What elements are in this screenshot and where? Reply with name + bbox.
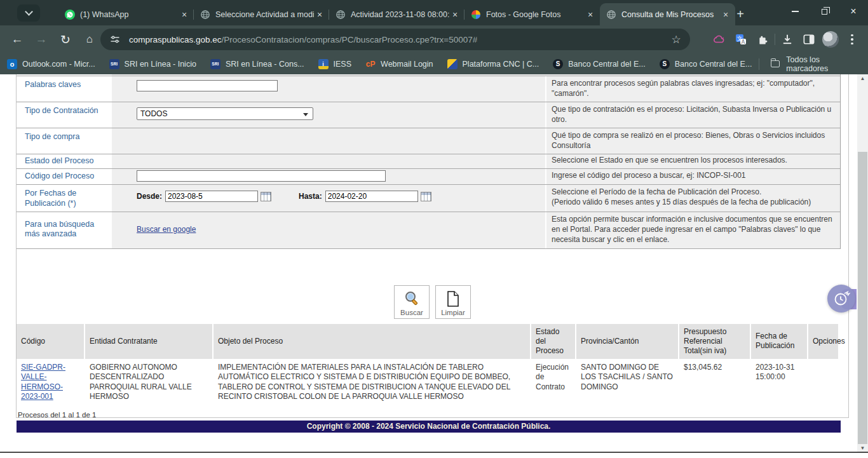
tab-title: Seleccione Actividad a modi: [215, 10, 314, 19]
tab-close-icon[interactable]: ×: [179, 9, 190, 20]
clock-widget-icon[interactable]: [827, 285, 855, 313]
reload-button[interactable]: ↻: [56, 30, 75, 49]
buscar-button[interactable]: Buscar: [394, 285, 430, 319]
column-header: Entidad Contratante: [85, 324, 212, 359]
field-label: Estado del Proceso: [17, 154, 112, 169]
extension-cloud-icon[interactable]: [709, 30, 730, 49]
bookmark-label: Outlook.com - Micr...: [22, 60, 95, 69]
bookmark-label: SRI en Línea - Inicio: [125, 60, 196, 69]
iess-icon: i: [318, 59, 329, 69]
extensions-puzzle-icon[interactable]: [752, 30, 773, 49]
profile-avatar[interactable]: [820, 30, 841, 49]
tab-google-fotos[interactable]: Fotos - Google Fotos ×: [465, 3, 600, 25]
page-content: Palabras claves Para encontrar procesos …: [0, 74, 868, 453]
tab-close-icon[interactable]: ×: [585, 9, 596, 20]
all-bookmarks-label: Todos los marcadores: [786, 55, 858, 73]
palabras-claves-input[interactable]: [137, 80, 278, 91]
window-minimize-button[interactable]: [780, 0, 810, 23]
bookmark-star-icon[interactable]: ☆: [670, 33, 682, 46]
window-close-button[interactable]: ×: [839, 0, 868, 23]
tab-strip: (1) WhatsApp × Seleccione Actividad a mo…: [0, 0, 868, 25]
form-row-codigo-proceso: Código del Proceso Ingrese el código del…: [17, 169, 840, 185]
tab-close-icon[interactable]: ×: [314, 9, 325, 20]
field-help: Qué tipo de compra se realizó en el proc…: [545, 128, 840, 154]
new-tab-button[interactable]: +: [732, 6, 749, 22]
cell-provincia: SANTO DOMINGO DE LOS TSACHILAS / SANTO D…: [576, 360, 678, 407]
column-header: Objeto del Proceso: [214, 324, 530, 359]
bookmark-cnc[interactable]: Plataforma CNC | C...: [440, 59, 546, 69]
bookmark-outlook[interactable]: o Outlook.com - Micr...: [0, 59, 102, 69]
document-icon: [445, 290, 461, 307]
tab-consulta-procesos-active[interactable]: Consulta de Mis Procesos ×: [600, 3, 735, 25]
field-help: Para encontrar procesos según palabras c…: [545, 76, 840, 102]
translate-icon[interactable]: 文A: [730, 30, 752, 49]
content-container: Palabras claves Para encontrar procesos …: [16, 74, 849, 418]
calendar-icon[interactable]: [261, 192, 271, 201]
tab-whatsapp[interactable]: (1) WhatsApp ×: [58, 3, 194, 25]
form-row-fechas-publicacion: Por Fechas de Publicación (*) Desde: Has…: [17, 185, 840, 212]
bookmark-iess[interactable]: i IESS: [311, 59, 359, 69]
all-bookmarks-button[interactable]: Todos los marcadores: [759, 55, 868, 73]
google-photos-icon: [471, 10, 481, 20]
chevron-down-icon: [25, 8, 33, 16]
tab-actividad[interactable]: Actividad 2023-11-08 08:00: ×: [329, 3, 465, 25]
buscar-en-google-link[interactable]: Buscar en google: [137, 225, 196, 234]
address-bar[interactable]: compraspublicas.gob.ec/ProcesoContrataci…: [100, 29, 690, 50]
scrollbar[interactable]: ▲ ▼: [857, 74, 868, 453]
bookmark-banco-central-1[interactable]: S Banco Central del E...: [546, 59, 653, 69]
close-icon: ×: [850, 6, 856, 17]
column-header: Provincia/Cantón: [576, 324, 678, 359]
field-help: Seleccione el Período de la fecha de Pub…: [545, 185, 840, 211]
scrollbar-thumb[interactable]: [858, 152, 867, 444]
bookmark-sri-consultas[interactable]: SRI SRI en Línea - Cons...: [203, 59, 311, 69]
fecha-desde-input[interactable]: [165, 191, 258, 202]
tab-search-button[interactable]: [17, 4, 40, 22]
bookmark-label: Banco Central del E...: [568, 60, 646, 69]
field-help: Ingrese el código del proceso a buscar, …: [545, 169, 840, 184]
cell-opciones: [808, 360, 838, 407]
magnifier-icon: [403, 290, 421, 307]
back-button[interactable]: ←: [8, 30, 27, 49]
tab-title: Actividad 2023-11-08 08:00:: [351, 10, 449, 19]
kebab-icon: [851, 34, 853, 45]
cnc-icon: [447, 59, 458, 69]
sri-icon: SRI: [210, 59, 220, 69]
url-domain: compraspublicas.gob.ec: [129, 35, 222, 44]
codigo-proceso-input[interactable]: [137, 170, 386, 182]
window-restore-button[interactable]: [810, 0, 839, 23]
site-info-icon[interactable]: [110, 34, 120, 44]
banco-central-icon: S: [660, 59, 670, 69]
tab-close-icon[interactable]: ×: [449, 9, 461, 20]
tab-seleccione-actividad[interactable]: Seleccione Actividad a modi ×: [194, 3, 329, 25]
fecha-hasta-input[interactable]: [325, 191, 418, 202]
bookmarks-bar: o Outlook.com - Micr... SRI SRI en Línea…: [0, 53, 868, 74]
column-header: Opciones: [808, 324, 838, 359]
svg-text:A: A: [742, 39, 745, 45]
bookmark-banco-central-2[interactable]: S Banco Central del E...: [653, 59, 759, 69]
cell-entidad: GOBIERNO AUTONOMO DESCENTRALIZADO PARROQ…: [85, 360, 212, 407]
form-row-busqueda-avanzada: Para una búsqueda más avanzada Buscar en…: [17, 212, 840, 249]
bookmark-label: Banco Central del E...: [675, 60, 752, 69]
scroll-up-icon[interactable]: ▲: [857, 74, 868, 83]
url-path: /ProcesoContratacion/compras/PC/buscarPr…: [222, 35, 478, 44]
url-text: compraspublicas.gob.ec/ProcesoContrataci…: [129, 35, 670, 44]
select-value: TODOS: [140, 109, 167, 118]
globe-icon: [200, 10, 210, 20]
downloads-icon[interactable]: [776, 30, 798, 49]
browser-toolbar: ← → ↻ ⌂ compraspublicas.gob.ec/ProcesoCo…: [0, 25, 868, 53]
proceso-link[interactable]: SIE-GADPR-VALLE-HERMOSO-2023-001: [21, 363, 65, 401]
tab-close-icon[interactable]: ×: [720, 9, 731, 20]
bookmark-webmail[interactable]: cP Webmail Login: [358, 59, 440, 69]
limpiar-button[interactable]: Limpiar: [435, 285, 471, 319]
bookmark-sri-inicio[interactable]: SRI SRI en Línea - Inicio: [102, 59, 203, 69]
calendar-icon[interactable]: [421, 192, 431, 201]
forward-button[interactable]: →: [32, 30, 51, 49]
chrome-menu-button[interactable]: [841, 30, 863, 49]
column-header: Estado del Proceso: [531, 324, 575, 359]
avatar-image: [822, 31, 839, 48]
globe-icon: [336, 10, 346, 20]
side-panel-icon[interactable]: [798, 30, 820, 49]
tipo-contratacion-select[interactable]: TODOS: [137, 107, 313, 120]
home-button[interactable]: ⌂: [80, 30, 99, 49]
cell-objeto: IMPLEMENTACIÓN DE MATERIALES PARA LA INS…: [214, 360, 530, 407]
